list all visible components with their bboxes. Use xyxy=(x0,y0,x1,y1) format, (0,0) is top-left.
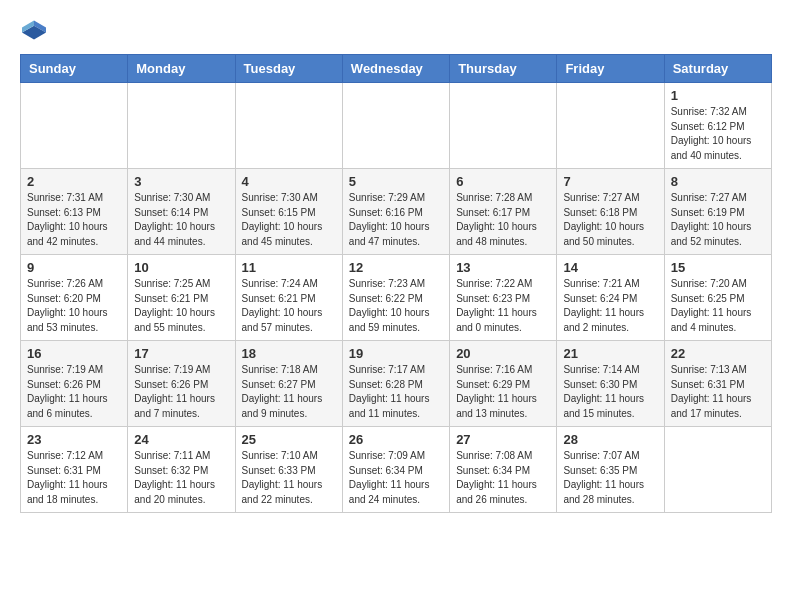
calendar-cell: 5Sunrise: 7:29 AM Sunset: 6:16 PM Daylig… xyxy=(342,169,449,255)
day-number: 11 xyxy=(242,260,336,275)
day-number: 3 xyxy=(134,174,228,189)
calendar-header-monday: Monday xyxy=(128,55,235,83)
day-info: Sunrise: 7:07 AM Sunset: 6:35 PM Dayligh… xyxy=(563,450,644,505)
calendar-header-friday: Friday xyxy=(557,55,664,83)
calendar-cell: 21Sunrise: 7:14 AM Sunset: 6:30 PM Dayli… xyxy=(557,341,664,427)
calendar-cell: 17Sunrise: 7:19 AM Sunset: 6:26 PM Dayli… xyxy=(128,341,235,427)
page-header xyxy=(20,20,772,44)
logo-icon xyxy=(22,20,46,40)
day-info: Sunrise: 7:16 AM Sunset: 6:29 PM Dayligh… xyxy=(456,364,537,419)
calendar-cell: 9Sunrise: 7:26 AM Sunset: 6:20 PM Daylig… xyxy=(21,255,128,341)
day-info: Sunrise: 7:18 AM Sunset: 6:27 PM Dayligh… xyxy=(242,364,323,419)
day-number: 8 xyxy=(671,174,765,189)
calendar-cell xyxy=(21,83,128,169)
day-info: Sunrise: 7:21 AM Sunset: 6:24 PM Dayligh… xyxy=(563,278,644,333)
day-number: 13 xyxy=(456,260,550,275)
day-number: 19 xyxy=(349,346,443,361)
day-number: 24 xyxy=(134,432,228,447)
day-info: Sunrise: 7:08 AM Sunset: 6:34 PM Dayligh… xyxy=(456,450,537,505)
day-info: Sunrise: 7:31 AM Sunset: 6:13 PM Dayligh… xyxy=(27,192,108,247)
day-number: 12 xyxy=(349,260,443,275)
day-info: Sunrise: 7:09 AM Sunset: 6:34 PM Dayligh… xyxy=(349,450,430,505)
calendar-cell: 26Sunrise: 7:09 AM Sunset: 6:34 PM Dayli… xyxy=(342,427,449,513)
calendar-cell: 14Sunrise: 7:21 AM Sunset: 6:24 PM Dayli… xyxy=(557,255,664,341)
logo-block xyxy=(20,20,48,44)
calendar-cell: 22Sunrise: 7:13 AM Sunset: 6:31 PM Dayli… xyxy=(664,341,771,427)
day-number: 28 xyxy=(563,432,657,447)
day-info: Sunrise: 7:28 AM Sunset: 6:17 PM Dayligh… xyxy=(456,192,537,247)
calendar-header-row: SundayMondayTuesdayWednesdayThursdayFrid… xyxy=(21,55,772,83)
day-info: Sunrise: 7:30 AM Sunset: 6:14 PM Dayligh… xyxy=(134,192,215,247)
calendar-cell: 25Sunrise: 7:10 AM Sunset: 6:33 PM Dayli… xyxy=(235,427,342,513)
day-number: 21 xyxy=(563,346,657,361)
logo xyxy=(20,20,48,44)
calendar-cell: 1Sunrise: 7:32 AM Sunset: 6:12 PM Daylig… xyxy=(664,83,771,169)
day-number: 2 xyxy=(27,174,121,189)
calendar-cell: 20Sunrise: 7:16 AM Sunset: 6:29 PM Dayli… xyxy=(450,341,557,427)
day-number: 27 xyxy=(456,432,550,447)
day-number: 14 xyxy=(563,260,657,275)
calendar-cell: 18Sunrise: 7:18 AM Sunset: 6:27 PM Dayli… xyxy=(235,341,342,427)
calendar-cell: 2Sunrise: 7:31 AM Sunset: 6:13 PM Daylig… xyxy=(21,169,128,255)
calendar-cell xyxy=(235,83,342,169)
calendar-week-row: 2Sunrise: 7:31 AM Sunset: 6:13 PM Daylig… xyxy=(21,169,772,255)
day-number: 6 xyxy=(456,174,550,189)
day-number: 5 xyxy=(349,174,443,189)
day-number: 20 xyxy=(456,346,550,361)
day-info: Sunrise: 7:19 AM Sunset: 6:26 PM Dayligh… xyxy=(27,364,108,419)
calendar-cell: 28Sunrise: 7:07 AM Sunset: 6:35 PM Dayli… xyxy=(557,427,664,513)
calendar-header-thursday: Thursday xyxy=(450,55,557,83)
day-info: Sunrise: 7:27 AM Sunset: 6:19 PM Dayligh… xyxy=(671,192,752,247)
day-info: Sunrise: 7:17 AM Sunset: 6:28 PM Dayligh… xyxy=(349,364,430,419)
day-number: 25 xyxy=(242,432,336,447)
calendar-header-saturday: Saturday xyxy=(664,55,771,83)
calendar-cell: 6Sunrise: 7:28 AM Sunset: 6:17 PM Daylig… xyxy=(450,169,557,255)
day-number: 23 xyxy=(27,432,121,447)
day-info: Sunrise: 7:32 AM Sunset: 6:12 PM Dayligh… xyxy=(671,106,752,161)
day-info: Sunrise: 7:27 AM Sunset: 6:18 PM Dayligh… xyxy=(563,192,644,247)
day-info: Sunrise: 7:24 AM Sunset: 6:21 PM Dayligh… xyxy=(242,278,323,333)
calendar-cell xyxy=(128,83,235,169)
day-info: Sunrise: 7:19 AM Sunset: 6:26 PM Dayligh… xyxy=(134,364,215,419)
day-number: 4 xyxy=(242,174,336,189)
day-info: Sunrise: 7:20 AM Sunset: 6:25 PM Dayligh… xyxy=(671,278,752,333)
day-info: Sunrise: 7:11 AM Sunset: 6:32 PM Dayligh… xyxy=(134,450,215,505)
calendar-cell: 15Sunrise: 7:20 AM Sunset: 6:25 PM Dayli… xyxy=(664,255,771,341)
calendar-cell: 8Sunrise: 7:27 AM Sunset: 6:19 PM Daylig… xyxy=(664,169,771,255)
calendar-cell: 4Sunrise: 7:30 AM Sunset: 6:15 PM Daylig… xyxy=(235,169,342,255)
calendar-table: SundayMondayTuesdayWednesdayThursdayFrid… xyxy=(20,54,772,513)
calendar-week-row: 1Sunrise: 7:32 AM Sunset: 6:12 PM Daylig… xyxy=(21,83,772,169)
day-info: Sunrise: 7:10 AM Sunset: 6:33 PM Dayligh… xyxy=(242,450,323,505)
day-info: Sunrise: 7:14 AM Sunset: 6:30 PM Dayligh… xyxy=(563,364,644,419)
calendar-cell: 13Sunrise: 7:22 AM Sunset: 6:23 PM Dayli… xyxy=(450,255,557,341)
day-info: Sunrise: 7:13 AM Sunset: 6:31 PM Dayligh… xyxy=(671,364,752,419)
calendar-cell: 7Sunrise: 7:27 AM Sunset: 6:18 PM Daylig… xyxy=(557,169,664,255)
calendar-cell: 12Sunrise: 7:23 AM Sunset: 6:22 PM Dayli… xyxy=(342,255,449,341)
day-number: 17 xyxy=(134,346,228,361)
calendar-cell xyxy=(450,83,557,169)
calendar-header-tuesday: Tuesday xyxy=(235,55,342,83)
day-number: 1 xyxy=(671,88,765,103)
day-number: 9 xyxy=(27,260,121,275)
calendar-cell: 27Sunrise: 7:08 AM Sunset: 6:34 PM Dayli… xyxy=(450,427,557,513)
day-info: Sunrise: 7:29 AM Sunset: 6:16 PM Dayligh… xyxy=(349,192,430,247)
day-info: Sunrise: 7:23 AM Sunset: 6:22 PM Dayligh… xyxy=(349,278,430,333)
day-number: 16 xyxy=(27,346,121,361)
calendar-cell: 23Sunrise: 7:12 AM Sunset: 6:31 PM Dayli… xyxy=(21,427,128,513)
calendar-cell xyxy=(342,83,449,169)
calendar-cell xyxy=(557,83,664,169)
calendar-cell: 3Sunrise: 7:30 AM Sunset: 6:14 PM Daylig… xyxy=(128,169,235,255)
day-number: 26 xyxy=(349,432,443,447)
day-info: Sunrise: 7:22 AM Sunset: 6:23 PM Dayligh… xyxy=(456,278,537,333)
calendar-cell: 19Sunrise: 7:17 AM Sunset: 6:28 PM Dayli… xyxy=(342,341,449,427)
day-number: 10 xyxy=(134,260,228,275)
calendar-cell: 16Sunrise: 7:19 AM Sunset: 6:26 PM Dayli… xyxy=(21,341,128,427)
day-number: 15 xyxy=(671,260,765,275)
calendar-header-wednesday: Wednesday xyxy=(342,55,449,83)
calendar-cell xyxy=(664,427,771,513)
calendar-cell: 10Sunrise: 7:25 AM Sunset: 6:21 PM Dayli… xyxy=(128,255,235,341)
calendar-week-row: 9Sunrise: 7:26 AM Sunset: 6:20 PM Daylig… xyxy=(21,255,772,341)
calendar-week-row: 23Sunrise: 7:12 AM Sunset: 6:31 PM Dayli… xyxy=(21,427,772,513)
day-info: Sunrise: 7:26 AM Sunset: 6:20 PM Dayligh… xyxy=(27,278,108,333)
day-number: 22 xyxy=(671,346,765,361)
